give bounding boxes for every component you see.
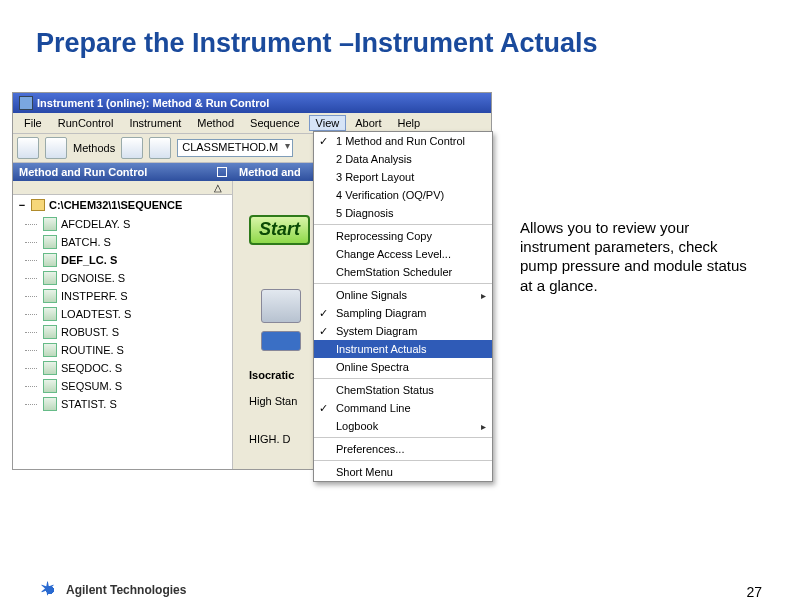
methods-label: Methods <box>73 142 115 154</box>
view-menu-item[interactable]: Instrument Actuals <box>314 340 492 358</box>
tree-item-label: ROBUST. S <box>61 326 119 338</box>
app-icon <box>19 96 33 110</box>
menu-item-label: Online Spectra <box>336 361 409 373</box>
menu-abort[interactable]: Abort <box>348 115 388 131</box>
pin-icon[interactable] <box>217 167 227 177</box>
tree-header: △ <box>13 181 232 195</box>
sequence-file-icon <box>43 343 57 357</box>
menu-item-label: Short Menu <box>336 466 393 478</box>
slide-title: Prepare the Instrument –Instrument Actua… <box>0 0 792 59</box>
tree-item[interactable]: BATCH. S <box>13 233 232 251</box>
view-menu-item[interactable]: 3 Report Layout <box>314 168 492 186</box>
method-combo[interactable]: CLASSMETHOD.M <box>177 139 293 157</box>
view-menu-item[interactable]: 5 Diagnosis <box>314 204 492 222</box>
menu-view[interactable]: View <box>309 115 347 131</box>
view-menu-item[interactable]: ChemStation Status <box>314 378 492 399</box>
high-stan-label: High Stan <box>249 395 297 407</box>
menu-file[interactable]: File <box>17 115 49 131</box>
menu-help[interactable]: Help <box>391 115 428 131</box>
view-menu-item[interactable]: 4 Verification (OQ/PV) <box>314 186 492 204</box>
tree-item[interactable]: SEQDOC. S <box>13 359 232 377</box>
view-menu-item[interactable]: ✓Command Line <box>314 399 492 417</box>
tree-item[interactable]: SEQSUM. S <box>13 377 232 395</box>
window-titlebar: Instrument 1 (online): Method & Run Cont… <box>13 93 491 113</box>
menu-item-label: 1 Method and Run Control <box>336 135 465 147</box>
subbar-mid-label: Method and <box>239 166 301 178</box>
tree-item-label: DGNOISE. S <box>61 272 125 284</box>
start-button[interactable]: Start <box>249 215 310 245</box>
page-number: 27 <box>746 584 762 600</box>
tree-item[interactable]: LOADTEST. S <box>13 305 232 323</box>
check-icon: ✓ <box>319 135 328 148</box>
tree-item-label: AFCDELAY. S <box>61 218 130 230</box>
high-d-label: HIGH. D <box>249 433 291 445</box>
tree-item[interactable]: AFCDELAY. S <box>13 215 232 233</box>
sequence-tree: △ − C:\CHEM32\1\SEQUENCE AFCDELAY. S BAT… <box>13 181 233 469</box>
tree-root[interactable]: − C:\CHEM32\1\SEQUENCE <box>13 195 232 215</box>
module-icon[interactable] <box>261 289 301 323</box>
menu-item-label: Logbook <box>336 420 378 432</box>
sequence-file-icon <box>43 217 57 231</box>
subbar-left-label: Method and Run Control <box>19 166 147 178</box>
toolbar-icon[interactable] <box>17 137 39 159</box>
window-title: Instrument 1 (online): Method & Run Cont… <box>37 97 269 109</box>
view-menu-item[interactable]: Reprocessing Copy <box>314 224 492 245</box>
toolbar-icon[interactable] <box>45 137 67 159</box>
sequence-file-icon <box>43 271 57 285</box>
brand-name: Agilent Technologies <box>66 583 186 597</box>
view-menu-item[interactable]: 2 Data Analysis <box>314 150 492 168</box>
menu-item-label: Change Access Level... <box>336 248 451 260</box>
toolbar-icon[interactable] <box>121 137 143 159</box>
explain-text: Allows you to review your instrument par… <box>520 218 750 295</box>
menu-item-label: ChemStation Status <box>336 384 434 396</box>
sequence-file-icon <box>43 379 57 393</box>
view-menu-item[interactable]: ✓1 Method and Run Control <box>314 132 492 150</box>
menu-method[interactable]: Method <box>190 115 241 131</box>
menu-item-label: System Diagram <box>336 325 417 337</box>
view-menu-item[interactable]: ✓Sampling Diagram <box>314 304 492 322</box>
menu-instrument[interactable]: Instrument <box>122 115 188 131</box>
menu-sequence[interactable]: Sequence <box>243 115 307 131</box>
subbar-left: Method and Run Control <box>13 163 233 181</box>
menu-item-label: Preferences... <box>336 443 404 455</box>
toolbar-icon[interactable] <box>149 137 171 159</box>
tree-item-label: SEQSUM. S <box>61 380 122 392</box>
sequence-file-icon <box>43 361 57 375</box>
app-window: Instrument 1 (online): Method & Run Cont… <box>12 92 492 470</box>
tree-item[interactable]: INSTPERF. S <box>13 287 232 305</box>
tree-item-label: BATCH. S <box>61 236 111 248</box>
view-menu-item[interactable]: Change Access Level... <box>314 245 492 263</box>
tree-item[interactable]: STATIST. S <box>13 395 232 413</box>
menu-item-label: Command Line <box>336 402 411 414</box>
module-icon[interactable] <box>261 331 301 351</box>
tree-item[interactable]: ROBUST. S <box>13 323 232 341</box>
sequence-file-icon <box>43 253 57 267</box>
tree-item[interactable]: ROUTINE. S <box>13 341 232 359</box>
view-menu-item[interactable]: Logbook <box>314 417 492 435</box>
menu-item-label: 3 Report Layout <box>336 171 414 183</box>
sequence-file-icon <box>43 307 57 321</box>
menu-item-label: Online Signals <box>336 289 407 301</box>
view-menu-item[interactable]: Short Menu <box>314 460 492 481</box>
menu-item-label: Reprocessing Copy <box>336 230 432 242</box>
tree-item-label: LOADTEST. S <box>61 308 131 320</box>
view-menu-item[interactable]: Online Spectra <box>314 358 492 376</box>
sequence-file-icon <box>43 289 57 303</box>
tree-item-label: INSTPERF. S <box>61 290 128 302</box>
view-menu-item[interactable]: Online Signals <box>314 283 492 304</box>
tree-item[interactable]: DGNOISE. S <box>13 269 232 287</box>
menu-item-label: Instrument Actuals <box>336 343 427 355</box>
view-menu-item[interactable]: Preferences... <box>314 437 492 458</box>
sequence-file-icon <box>43 397 57 411</box>
tree-item[interactable]: DEF_LC. S <box>13 251 232 269</box>
menu-runcontrol[interactable]: RunControl <box>51 115 121 131</box>
menu-item-label: 5 Diagnosis <box>336 207 393 219</box>
check-icon: ✓ <box>319 307 328 320</box>
tree-item-label: DEF_LC. S <box>61 254 117 266</box>
view-menu-item[interactable]: ✓System Diagram <box>314 322 492 340</box>
brand-logo: Agilent Technologies <box>40 580 186 600</box>
spark-icon <box>40 580 60 600</box>
tree-root-path: C:\CHEM32\1\SEQUENCE <box>49 199 182 211</box>
menu-item-label: 4 Verification (OQ/PV) <box>336 189 444 201</box>
view-menu-item[interactable]: ChemStation Scheduler <box>314 263 492 281</box>
